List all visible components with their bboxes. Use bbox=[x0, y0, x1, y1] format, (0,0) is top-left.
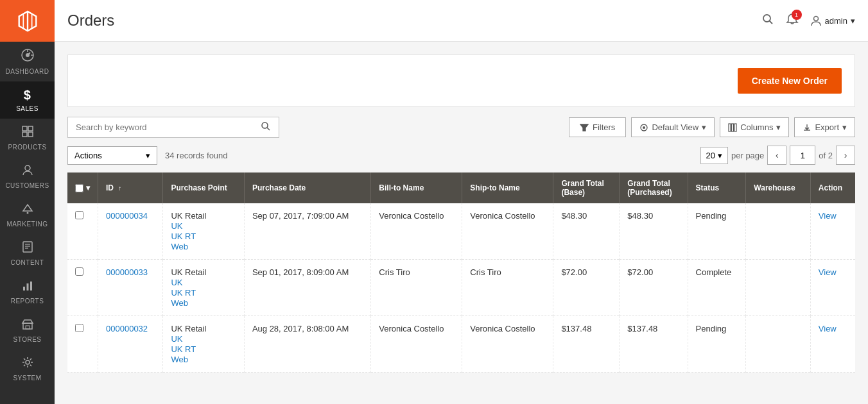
td-ship-to-name-1: Cris Tiro bbox=[462, 260, 553, 316]
page-title: Orders bbox=[67, 12, 761, 29]
create-order-button[interactable]: Create New Order bbox=[738, 68, 842, 94]
sidebar-item-marketing[interactable]: MARKETING bbox=[0, 196, 55, 234]
view-link-1[interactable]: View bbox=[819, 267, 837, 277]
page-number-input[interactable] bbox=[790, 146, 815, 165]
columns-button[interactable]: Columns ▾ bbox=[720, 117, 789, 137]
search-input[interactable] bbox=[76, 122, 257, 132]
admin-user[interactable]: admin ▾ bbox=[810, 15, 855, 26]
th-purchase-point[interactable]: Purchase Point bbox=[163, 173, 244, 203]
row-checkbox-2[interactable] bbox=[75, 324, 83, 332]
view-link-0[interactable]: View bbox=[819, 211, 837, 221]
th-grand-total-base[interactable]: Grand Total(Base) bbox=[553, 173, 620, 203]
select-all-checkbox[interactable] bbox=[75, 184, 83, 192]
row-checkbox-0[interactable] bbox=[75, 211, 83, 219]
actions-label: Actions bbox=[74, 151, 102, 160]
th-id: ID ↑ bbox=[98, 173, 163, 203]
td-id-2: 000000032 bbox=[98, 316, 163, 373]
order-id-link-0[interactable]: 000000034 bbox=[106, 211, 148, 221]
sidebar-item-content[interactable]: CONTENT bbox=[0, 234, 55, 273]
svg-point-24 bbox=[813, 17, 818, 21]
action-banner: Create New Order bbox=[67, 55, 855, 107]
actions-dropdown[interactable]: Actions ▾ bbox=[67, 146, 157, 165]
filters-button[interactable]: Filters bbox=[569, 117, 626, 137]
sidebar-item-sales[interactable]: $ SALES bbox=[0, 81, 55, 119]
td-grand-total-base-1: $72.00 bbox=[553, 260, 620, 316]
order-id-link-1[interactable]: 000000033 bbox=[106, 267, 148, 277]
admin-chevron-icon: ▾ bbox=[851, 16, 855, 26]
customers-icon bbox=[21, 164, 34, 180]
content-area: Create New Order Filters bbox=[55, 42, 868, 404]
export-chevron-icon: ▾ bbox=[842, 122, 847, 132]
td-purchase-date-2: Aug 28, 2017, 8:08:00 AM bbox=[244, 316, 370, 373]
order-id-link-2[interactable]: 000000032 bbox=[106, 324, 148, 333]
dashboard-icon bbox=[21, 48, 35, 65]
default-view-button[interactable]: Default View ▾ bbox=[631, 117, 715, 137]
td-checkbox-1 bbox=[67, 260, 98, 316]
search-icon[interactable] bbox=[761, 13, 774, 29]
th-bill-to-name[interactable]: Bill-to Name bbox=[371, 173, 462, 203]
system-icon bbox=[21, 356, 34, 372]
sidebar-item-reports[interactable]: REPORTS bbox=[0, 273, 55, 311]
svg-line-26 bbox=[267, 128, 270, 130]
svg-point-11 bbox=[26, 212, 28, 214]
sales-icon: $ bbox=[24, 88, 31, 103]
sidebar-item-sales-label: SALES bbox=[16, 105, 39, 112]
td-id-0: 000000034 bbox=[98, 203, 163, 260]
view-chevron-icon: ▾ bbox=[702, 122, 706, 132]
view-link-2[interactable]: View bbox=[819, 324, 837, 333]
table-row: 000000033 UK Retail UKUK RTWeb Sep 01, 2… bbox=[67, 260, 855, 316]
purchase-point-main-1: UK Retail bbox=[171, 267, 236, 277]
td-grand-total-purchased-0: $48.30 bbox=[620, 203, 688, 260]
products-icon bbox=[21, 125, 34, 141]
th-grand-total-purchased[interactable]: Grand Total(Purchased) bbox=[620, 173, 688, 203]
row-checkbox-1[interactable] bbox=[75, 267, 83, 276]
toolbar-right: Filters Default View ▾ Co bbox=[569, 117, 855, 137]
svg-point-29 bbox=[643, 126, 645, 129]
td-ship-to-name-0: Veronica Costello bbox=[462, 203, 553, 260]
svg-rect-5 bbox=[22, 126, 27, 131]
of-pages: of 2 bbox=[819, 151, 833, 160]
td-action-1: View bbox=[810, 260, 855, 316]
purchase-point-sub: UK bbox=[171, 334, 236, 344]
stores-icon bbox=[21, 317, 34, 333]
svg-marker-10 bbox=[23, 205, 32, 211]
search-submit-button[interactable] bbox=[261, 121, 271, 133]
svg-line-23 bbox=[769, 21, 772, 24]
th-ship-to-name[interactable]: Ship-to Name bbox=[462, 173, 553, 203]
per-page-chevron-icon: ▾ bbox=[718, 151, 722, 160]
top-header: Orders 1 admin ▾ bbox=[55, 0, 868, 42]
sort-id-icon[interactable]: ↑ bbox=[118, 185, 121, 192]
sidebar-item-customers[interactable]: CUSTOMERS bbox=[0, 157, 55, 196]
notification-icon[interactable]: 1 bbox=[786, 13, 799, 29]
sidebar-item-products[interactable]: PRODUCTS bbox=[0, 119, 55, 157]
td-checkbox-0 bbox=[67, 203, 98, 260]
th-purchase-date[interactable]: Purchase Date bbox=[244, 173, 370, 203]
prev-page-button[interactable]: ‹ bbox=[767, 146, 786, 165]
columns-chevron-icon: ▾ bbox=[776, 122, 781, 132]
td-id-1: 000000033 bbox=[98, 260, 163, 316]
orders-table: ▾ ID ↑ Purchase Point Purchase Date Bill… bbox=[67, 173, 855, 373]
next-page-button[interactable]: › bbox=[836, 146, 855, 165]
purchase-point-sub: UK bbox=[171, 278, 236, 287]
sidebar-item-system-label: SYSTEM bbox=[13, 375, 41, 382]
export-button[interactable]: Export ▾ bbox=[794, 117, 855, 137]
sidebar-item-dashboard[interactable]: DASHBOARD bbox=[0, 42, 55, 81]
th-status[interactable]: Status bbox=[688, 173, 746, 203]
purchase-point-sub: Web bbox=[171, 242, 236, 251]
sidebar: DASHBOARD $ SALES PRODUCTS CUSTOMERS bbox=[0, 0, 55, 404]
th-checkbox: ▾ bbox=[67, 173, 98, 203]
td-purchase-point-1: UK Retail UKUK RTWeb bbox=[163, 260, 244, 316]
purchase-point-sub: UK RT bbox=[171, 344, 236, 354]
per-page-select[interactable]: 20 ▾ bbox=[700, 147, 728, 164]
svg-point-22 bbox=[763, 15, 770, 22]
select-all-chevron-icon[interactable]: ▾ bbox=[86, 183, 90, 192]
th-warehouse[interactable]: Warehouse bbox=[746, 173, 810, 203]
td-status-1: Complete bbox=[688, 260, 746, 316]
purchase-point-sub: UK bbox=[171, 221, 236, 231]
td-action-0: View bbox=[810, 203, 855, 260]
sidebar-item-stores[interactable]: STORES bbox=[0, 311, 55, 349]
svg-rect-16 bbox=[23, 287, 25, 290]
notification-count: 1 bbox=[792, 10, 802, 20]
svg-rect-30 bbox=[729, 124, 731, 131]
sidebar-item-system[interactable]: SYSTEM bbox=[0, 349, 55, 388]
